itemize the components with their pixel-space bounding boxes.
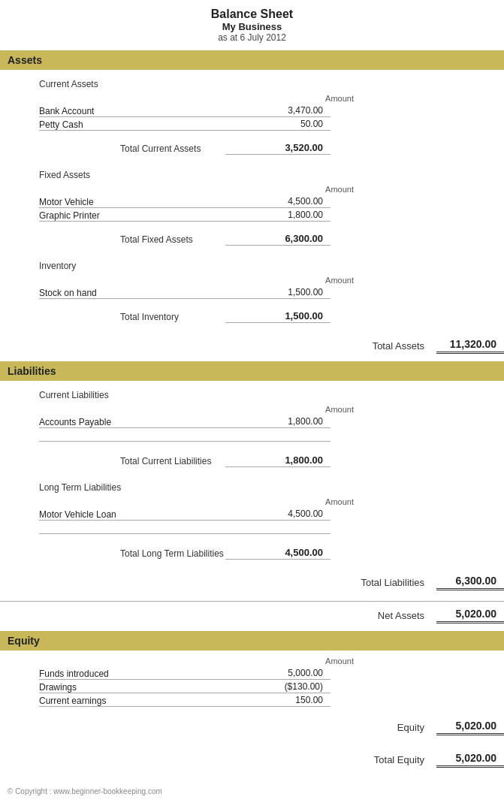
total-assets-amount: 11,320.00 xyxy=(436,338,504,354)
long-term-liabilities-amount-header: Amount xyxy=(0,494,504,508)
bank-account-amount: 3,470.00 xyxy=(225,105,330,117)
assets-content: Current Assets Amount Bank Account 3,470… xyxy=(0,70,504,361)
list-item: Accounts Payable 1,800.00 xyxy=(0,415,504,429)
blank-line-item xyxy=(0,429,504,444)
list-item: Graphic Printer 1,800.00 xyxy=(0,209,504,222)
report-header: Balance Sheet My Business as at 6 July 2… xyxy=(0,8,504,43)
total-current-liabilities-amount: 1,800.00 xyxy=(225,454,330,467)
total-inventory-row: Total Inventory 1,500.00 xyxy=(0,306,504,326)
petty-cash-label: Petty Cash xyxy=(0,119,225,130)
net-assets-row: Net Assets 5,020.00 xyxy=(0,601,504,628)
funds-introduced-label: Funds introduced xyxy=(0,669,225,679)
bank-account-label: Bank Account xyxy=(0,106,225,116)
total-long-term-liabilities-label: Total Long Term Liabilities xyxy=(0,548,225,559)
total-current-assets-row: Total Current Assets 3,520.00 xyxy=(0,137,504,158)
total-equity-label: Total Equity xyxy=(374,754,436,765)
list-item: Petty Cash 50.00 xyxy=(0,118,504,131)
total-assets-row: Total Assets 11,320.00 xyxy=(0,332,504,358)
total-inventory-label: Total Inventory xyxy=(0,312,225,322)
current-liabilities-label: Current Liabilities xyxy=(0,384,504,402)
total-liabilities-amount: 6,300.00 xyxy=(436,575,504,590)
equity-subtotal-row: Equity 5,020.00 xyxy=(0,714,504,740)
footer: © Copyright : www.beginner-bookkeeping.c… xyxy=(0,781,504,798)
motor-vehicle-loan-label: Motor Vehicle Loan xyxy=(0,509,225,520)
stock-on-hand-amount: 1,500.00 xyxy=(225,287,330,299)
current-liabilities-amount-header: Amount xyxy=(0,402,504,415)
drawings-amount: ($130.00) xyxy=(225,681,330,693)
equity-subtotal-label: Equity xyxy=(397,722,436,733)
list-item: Motor Vehicle Loan 4,500.00 xyxy=(0,508,504,521)
blank-line-item xyxy=(0,521,504,536)
accounts-payable-amount: 1,800.00 xyxy=(225,416,330,428)
current-assets-label: Current Assets xyxy=(0,73,504,91)
total-current-assets-label: Total Current Assets xyxy=(0,143,225,154)
equity-content: Amount Funds introduced 5,000.00 Drawing… xyxy=(0,651,504,781)
inventory-amount-header: Amount xyxy=(0,273,504,286)
total-long-term-liabilities-amount: 4,500.00 xyxy=(225,547,330,560)
petty-cash-amount: 50.00 xyxy=(225,119,330,131)
total-fixed-assets-amount: 6,300.00 xyxy=(225,233,330,246)
graphic-printer-label: Graphic Printer xyxy=(0,210,225,221)
total-liabilities-label: Total Liabilities xyxy=(361,577,436,588)
liabilities-section-bar: Liabilities xyxy=(0,361,504,381)
equity-section-bar: Equity xyxy=(0,631,504,651)
net-assets-label: Net Assets xyxy=(378,610,436,621)
total-inventory-amount: 1,500.00 xyxy=(225,310,330,323)
report-subtitle: My Business xyxy=(0,21,504,32)
report-title: Balance Sheet xyxy=(0,8,504,21)
total-current-liabilities-row: Total Current Liabilities 1,800.00 xyxy=(0,450,504,470)
list-item: Funds introduced 5,000.00 xyxy=(0,667,504,681)
current-earnings-label: Current earnings xyxy=(0,696,225,706)
total-fixed-assets-row: Total Fixed Assets 6,300.00 xyxy=(0,228,504,249)
total-equity-amount: 5,020.00 xyxy=(436,752,504,768)
total-assets-label: Total Assets xyxy=(373,340,436,352)
graphic-printer-amount: 1,800.00 xyxy=(225,210,330,222)
drawings-label: Drawings xyxy=(0,682,225,693)
current-assets-amount-header: Amount xyxy=(0,91,504,104)
long-term-liabilities-label: Long Term Liabilities xyxy=(0,476,504,494)
total-equity-row: Total Equity 5,020.00 xyxy=(0,746,504,772)
accounts-payable-label: Accounts Payable xyxy=(0,417,225,427)
stock-on-hand-label: Stock on hand xyxy=(0,288,225,298)
total-fixed-assets-label: Total Fixed Assets xyxy=(0,234,225,245)
net-assets-amount: 5,020.00 xyxy=(436,608,504,623)
total-liabilities-row: Total Liabilities 6,300.00 xyxy=(0,569,504,595)
funds-introduced-amount: 5,000.00 xyxy=(225,668,330,680)
assets-section-bar: Assets xyxy=(0,50,504,70)
equity-amount-header: Amount xyxy=(0,654,504,667)
list-item: Stock on hand 1,500.00 xyxy=(0,286,504,300)
total-current-assets-amount: 3,520.00 xyxy=(225,142,330,155)
list-item: Drawings ($130.00) xyxy=(0,681,504,694)
list-item: Current earnings 150.00 xyxy=(0,694,504,708)
copyright-text: © Copyright : www.beginner-bookkeeping.c… xyxy=(8,787,162,795)
fixed-assets-amount-header: Amount xyxy=(0,182,504,195)
inventory-label: Inventory xyxy=(0,255,504,273)
report-date: as at 6 July 2012 xyxy=(0,32,504,43)
current-earnings-amount: 150.00 xyxy=(225,695,330,707)
fixed-assets-label: Fixed Assets xyxy=(0,164,504,182)
total-current-liabilities-label: Total Current Liabilities xyxy=(0,456,225,466)
motor-vehicle-amount: 4,500.00 xyxy=(225,196,330,208)
total-long-term-liabilities-row: Total Long Term Liabilities 4,500.00 xyxy=(0,542,504,563)
motor-vehicle-loan-amount: 4,500.00 xyxy=(225,509,330,521)
equity-subtotal-amount: 5,020.00 xyxy=(436,720,504,735)
motor-vehicle-label: Motor Vehicle xyxy=(0,197,225,207)
list-item: Bank Account 3,470.00 xyxy=(0,104,504,118)
list-item: Motor Vehicle 4,500.00 xyxy=(0,195,504,209)
liabilities-content: Current Liabilities Amount Accounts Paya… xyxy=(0,381,504,631)
page: Balance Sheet My Business as at 6 July 2… xyxy=(0,0,504,806)
